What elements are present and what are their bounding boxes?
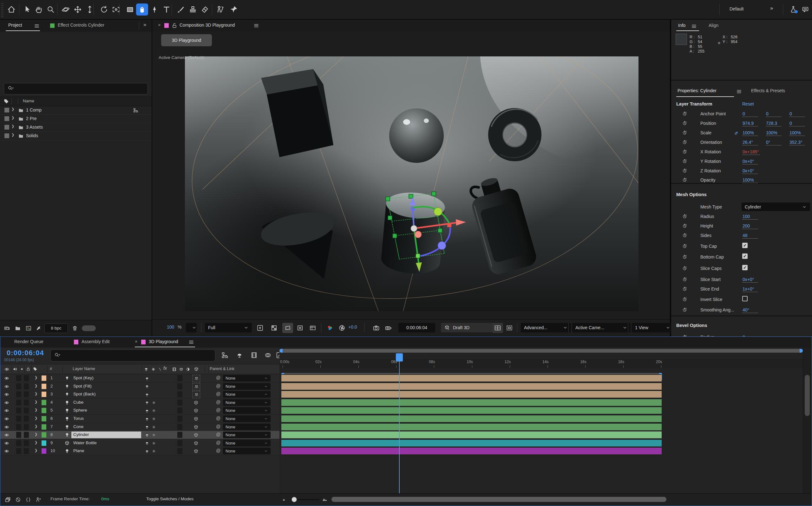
tab-effects-presets[interactable]: Effects & Presets (751, 88, 785, 93)
stopwatch-icon[interactable] (681, 296, 688, 302)
solo-cell[interactable] (24, 400, 29, 406)
property-value[interactable]: 0 (766, 111, 782, 117)
stopwatch-icon[interactable] (681, 276, 688, 282)
threed-layer-icon[interactable] (193, 408, 199, 414)
resolution-dropdown[interactable]: Full (205, 323, 252, 332)
comp-mini-flowchart-icon[interactable] (220, 351, 229, 360)
footer-toggle-pill[interactable] (82, 325, 96, 331)
label-column-icon[interactable] (3, 98, 9, 104)
effects-switch-icon[interactable] (151, 448, 157, 454)
item-label-swatch[interactable] (4, 134, 9, 138)
workspace-label[interactable]: Default (730, 6, 743, 11)
transparency-grid-icon[interactable] (270, 324, 278, 332)
layer-label-swatch[interactable] (42, 416, 46, 421)
collapse-switch-icon[interactable] (144, 408, 150, 414)
effects-switch-icon[interactable] (151, 432, 157, 438)
expand-layers-icon[interactable] (4, 496, 12, 503)
audio-cell[interactable] (16, 416, 21, 422)
visibility-eye-icon[interactable] (3, 391, 10, 398)
property-value[interactable]: 0 (789, 111, 805, 117)
link-icon[interactable] (733, 130, 740, 136)
panel-menu-icon[interactable] (33, 23, 40, 29)
threed-layer-icon[interactable] (193, 400, 199, 406)
solo-cell[interactable] (24, 375, 29, 381)
toggle-switches-label[interactable]: Toggle Switches / Modes (146, 497, 194, 501)
item-label-swatch[interactable] (4, 108, 9, 112)
audio-cell[interactable] (16, 384, 21, 390)
tool-pan-camera-icon[interactable] (72, 3, 84, 15)
switch-cell[interactable] (177, 432, 182, 438)
motion-blur-icon[interactable] (264, 351, 272, 360)
stroke-column-icon[interactable] (156, 366, 163, 372)
light-transmission-icon[interactable] (193, 383, 200, 390)
layer-name[interactable]: Cone (73, 424, 83, 429)
layer-duration-bar[interactable] (281, 424, 662, 430)
tool-pen-icon[interactable] (148, 3, 160, 15)
layer-row-water-bottle[interactable]: ❯9Water Bottle@None (0, 439, 279, 447)
tab-align[interactable]: Align (708, 23, 719, 28)
expand-chevron-icon[interactable]: ❯ (11, 133, 14, 137)
layer-name[interactable]: Water Bottle (73, 440, 97, 445)
solo-cell[interactable] (24, 440, 29, 446)
switch-cell[interactable] (177, 375, 182, 381)
draft-3d-toggle-icon[interactable] (235, 351, 244, 360)
stopwatch-icon[interactable] (681, 253, 688, 260)
tool-dolly-camera-icon[interactable] (84, 3, 96, 15)
property-value[interactable]: 728.3 (766, 121, 782, 126)
exposure-icon[interactable] (337, 324, 346, 332)
property-value[interactable]: 100% (789, 130, 805, 136)
layer-row-spot-(back)[interactable]: ❯3Spot (Back)@None (0, 390, 279, 399)
collapse-switch-icon[interactable] (144, 400, 150, 406)
pick-whip-icon[interactable]: @ (216, 408, 220, 413)
layer-name[interactable]: Plane (73, 448, 84, 453)
layer-duration-bar[interactable] (281, 391, 662, 398)
fast-previews-icon[interactable] (256, 324, 265, 332)
layer-row-spot-(fill)[interactable]: ❯2Spot (Fill)@None (0, 383, 279, 391)
snapshot-camera-icon[interactable] (372, 324, 381, 332)
expand-chevron-icon[interactable]: ❯ (11, 116, 14, 120)
camera-dropdown[interactable]: Active Came... (572, 323, 630, 332)
lock-column-icon[interactable] (25, 366, 31, 372)
tool-puppet-pin-icon[interactable] (228, 3, 240, 15)
property-value[interactable]: 40° (742, 307, 758, 313)
current-timecode[interactable]: 0:00:06:04 (7, 349, 44, 357)
parent-dropdown[interactable]: None (223, 383, 271, 390)
layer-label-swatch[interactable] (42, 392, 46, 397)
stopwatch-icon[interactable] (681, 167, 688, 174)
parent-dropdown[interactable]: None (223, 440, 271, 446)
reset-link[interactable]: Reset (742, 101, 754, 106)
frame-blend-column-icon[interactable] (171, 366, 177, 372)
expand-chevron-icon[interactable]: ❯ (11, 124, 14, 128)
layer-label-swatch[interactable] (42, 424, 46, 430)
switch-cell[interactable] (177, 408, 182, 414)
navigator-end-handle[interactable] (800, 349, 803, 353)
stopwatch-icon[interactable] (681, 265, 688, 271)
visibility-eye-icon[interactable] (3, 416, 10, 422)
solo-cell[interactable] (24, 384, 29, 390)
pick-whip-icon[interactable]: @ (216, 391, 220, 396)
stopwatch-icon[interactable] (681, 307, 688, 313)
visibility-eye-icon[interactable] (3, 440, 10, 446)
zoom-in-mountain-icon[interactable] (321, 496, 328, 503)
audio-column-icon[interactable] (12, 366, 18, 372)
toolbar-grip[interactable] (1, 2, 3, 17)
property-value[interactable]: 26.4° (742, 140, 758, 146)
effects-switch-icon[interactable] (151, 408, 157, 414)
viewport-3d-scene[interactable] (185, 57, 638, 311)
comp-breadcrumb-button[interactable]: 3D Playground (161, 34, 212, 46)
visibility-eye-icon[interactable] (3, 424, 10, 430)
tool-rotation-icon[interactable] (98, 3, 110, 15)
tool-brush-icon[interactable] (175, 3, 187, 15)
project-item-2-pre[interactable]: ❯2 Pre (0, 114, 152, 123)
audio-cell[interactable] (16, 424, 21, 430)
item-label-swatch[interactable] (4, 116, 9, 121)
solo-cell[interactable] (24, 432, 29, 438)
property-value[interactable]: 0 (789, 121, 805, 126)
stopwatch-icon[interactable] (681, 223, 688, 229)
solo-cell[interactable] (24, 408, 29, 414)
stopwatch-icon[interactable] (681, 232, 688, 238)
panel-menu-icon[interactable] (736, 88, 742, 95)
audio-cell[interactable] (16, 432, 21, 438)
pick-whip-icon[interactable]: @ (216, 440, 220, 445)
timeline-vscrollbar[interactable] (803, 348, 812, 505)
